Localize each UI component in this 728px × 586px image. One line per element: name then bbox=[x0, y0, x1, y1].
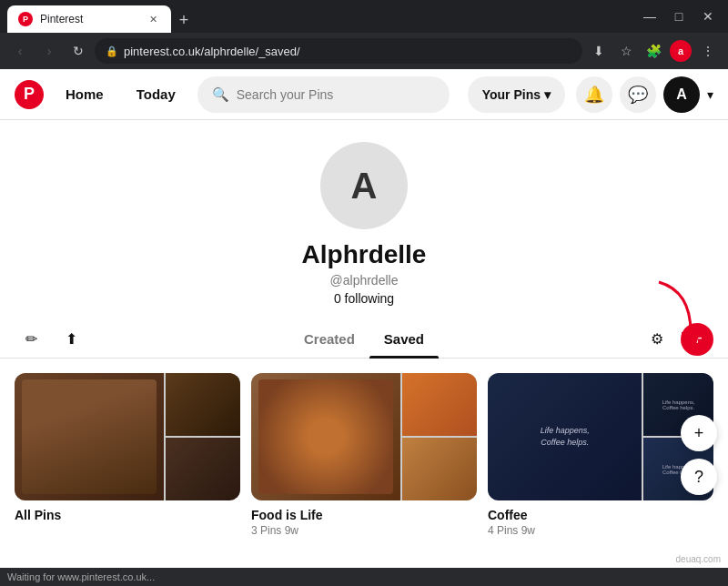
your-pins-label: Your Pins bbox=[482, 87, 541, 102]
window-controls: — □ ✕ bbox=[637, 4, 721, 29]
tab-created[interactable]: Created bbox=[289, 320, 369, 358]
browser-profile-avatar: a bbox=[670, 40, 692, 62]
profile-handle: @alphrdelle bbox=[330, 273, 399, 288]
board-card-all-pins[interactable]: All Pins bbox=[15, 373, 240, 537]
tab-favicon: P bbox=[18, 12, 33, 26]
profile-actions-right: ⚙ + bbox=[641, 323, 713, 356]
profile-actions-left: ✏ ⬆ bbox=[15, 323, 87, 356]
avatar-letter: A bbox=[676, 86, 687, 103]
board-title-all-pins: All Pins bbox=[15, 508, 240, 522]
browser-toolbar: ‹ › ↻ 🔒 pinterest.co.uk/alphrdelle/_save… bbox=[0, 33, 728, 69]
browser-menu-button[interactable]: ⋮ bbox=[695, 38, 721, 64]
bookmark-icon[interactable]: ☆ bbox=[613, 38, 639, 64]
lock-icon: 🔒 bbox=[106, 45, 118, 57]
profile-section: A Alphrdelle @alphrdelle 0 following bbox=[0, 120, 728, 320]
add-board-button[interactable]: + bbox=[681, 323, 713, 356]
board-preview-coffee: Life happens,Coffee helps. Life happens,… bbox=[488, 373, 713, 500]
search-bar[interactable]: 🔍 Search your Pins bbox=[197, 76, 450, 113]
board-preview-all-pins bbox=[15, 373, 240, 500]
board-side-images-all-pins bbox=[166, 373, 240, 500]
board-side-image-food-2 bbox=[402, 438, 477, 500]
browser-titlebar: P Pinterest ✕ + — □ ✕ bbox=[0, 0, 728, 33]
extensions-icon[interactable]: 🧩 bbox=[641, 38, 666, 64]
watermark: deuaq.com bbox=[676, 554, 721, 564]
forward-button[interactable]: › bbox=[36, 38, 62, 64]
profile-avatar: A bbox=[320, 142, 408, 229]
edit-profile-button[interactable]: ✏ bbox=[15, 323, 47, 356]
profile-button[interactable]: a bbox=[668, 38, 693, 64]
status-text: Waiting for www.pinterest.co.uk... bbox=[7, 571, 155, 582]
floating-add-button[interactable]: + bbox=[681, 415, 717, 451]
account-chevron[interactable]: ▾ bbox=[707, 87, 713, 102]
tab-saved[interactable]: Saved bbox=[369, 320, 439, 358]
pinterest-logo[interactable]: P bbox=[15, 80, 44, 109]
reload-button[interactable]: ↻ bbox=[66, 38, 91, 64]
active-tab[interactable]: P Pinterest ✕ bbox=[7, 5, 171, 33]
search-icon: 🔍 bbox=[212, 86, 229, 103]
board-card-food[interactable]: Food is Life 3 Pins 9w bbox=[251, 373, 477, 537]
toolbar-icons: ⬇ ☆ 🧩 a ⋮ bbox=[586, 38, 721, 64]
messages-button[interactable]: 💬 bbox=[620, 76, 656, 113]
back-button[interactable]: ‹ bbox=[7, 38, 33, 64]
pinterest-header: P Home Today 🔍 Search your Pins Your Pin… bbox=[0, 69, 728, 120]
notification-button[interactable]: 🔔 bbox=[576, 76, 612, 113]
address-text: pinterest.co.uk/alphrdelle/_saved/ bbox=[124, 45, 571, 58]
status-bar: Waiting for www.pinterest.co.uk... bbox=[0, 568, 728, 586]
profile-avatar-letter: A bbox=[351, 166, 378, 207]
boards-grid: All Pins Food is Life 3 Pins 9w Life hap… bbox=[0, 359, 728, 537]
board-meta-food: 3 Pins 9w bbox=[251, 524, 477, 537]
minimize-button[interactable]: — bbox=[637, 4, 662, 29]
board-side-image-1 bbox=[166, 373, 240, 436]
floating-help-button[interactable]: ? bbox=[681, 459, 717, 495]
filter-icon: ⚙ bbox=[651, 330, 663, 348]
search-input-placeholder: Search your Pins bbox=[237, 87, 334, 102]
address-bar[interactable]: 🔒 pinterest.co.uk/alphrdelle/_saved/ bbox=[95, 38, 582, 64]
maximize-button[interactable]: □ bbox=[666, 4, 692, 29]
board-side-image-2 bbox=[166, 438, 240, 500]
today-nav-link[interactable]: Today bbox=[126, 79, 187, 109]
profile-name: Alphrdelle bbox=[302, 240, 427, 269]
new-tab-button[interactable]: + bbox=[171, 7, 197, 33]
header-right-actions: 🔔 💬 A ▾ bbox=[576, 76, 713, 113]
board-title-food: Food is Life bbox=[251, 508, 477, 522]
close-window-button[interactable]: ✕ bbox=[695, 4, 721, 29]
board-main-image-all-pins bbox=[15, 373, 164, 500]
your-pins-button[interactable]: Your Pins ▾ bbox=[468, 76, 565, 113]
board-title-coffee: Coffee bbox=[488, 508, 713, 522]
user-avatar[interactable]: A bbox=[663, 76, 700, 113]
tab-bar: P Pinterest ✕ + bbox=[7, 0, 633, 33]
your-pins-chevron: ▾ bbox=[544, 87, 551, 102]
floating-plus-icon: + bbox=[694, 424, 704, 443]
board-side-images-food bbox=[402, 373, 477, 500]
add-icon: + bbox=[692, 328, 703, 349]
download-icon[interactable]: ⬇ bbox=[586, 38, 612, 64]
share-profile-button[interactable]: ⬆ bbox=[55, 323, 87, 356]
tab-title: Pinterest bbox=[40, 13, 83, 25]
profile-following: 0 following bbox=[334, 291, 394, 306]
profile-tabs: ✏ ⬆ Created Saved ⚙ + bbox=[0, 320, 728, 359]
board-main-image-coffee: Life happens,Coffee helps. bbox=[488, 373, 642, 500]
board-preview-food bbox=[251, 373, 477, 500]
share-icon: ⬆ bbox=[66, 330, 77, 348]
tab-close-btn[interactable]: ✕ bbox=[146, 12, 160, 26]
board-main-image-food bbox=[251, 373, 400, 500]
edit-icon: ✏ bbox=[25, 330, 37, 348]
floating-question-icon: ? bbox=[694, 468, 703, 487]
board-side-image-food-1 bbox=[402, 373, 477, 436]
home-nav-link[interactable]: Home bbox=[55, 79, 115, 109]
floating-buttons: + ? bbox=[681, 415, 717, 495]
board-card-coffee[interactable]: Life happens,Coffee helps. Life happens,… bbox=[488, 373, 713, 537]
filter-button[interactable]: ⚙ bbox=[641, 323, 673, 356]
board-meta-coffee: 4 Pins 9w bbox=[488, 524, 713, 537]
pinterest-logo-letter: P bbox=[24, 85, 35, 104]
